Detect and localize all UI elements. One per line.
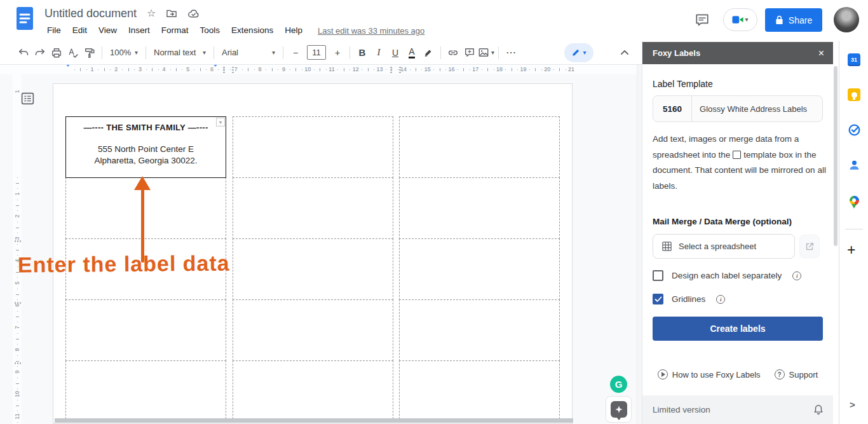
text-color-button[interactable]: A xyxy=(403,44,420,62)
insert-image-button[interactable]: ▾ xyxy=(478,44,494,62)
ruler-dot xyxy=(541,69,542,70)
collapse-panel-chevron-icon[interactable]: > xyxy=(850,399,855,410)
label-cell[interactable] xyxy=(233,238,393,300)
close-icon[interactable]: × xyxy=(818,48,824,58)
italic-button[interactable]: I xyxy=(370,44,387,62)
open-spreadsheet-button[interactable] xyxy=(799,235,820,258)
label-cell[interactable] xyxy=(65,299,226,361)
tasks-icon[interactable] xyxy=(847,123,861,137)
label-cell[interactable] xyxy=(233,360,393,422)
right-indent-marker[interactable] xyxy=(212,67,219,78)
grammarly-widget[interactable]: G xyxy=(610,376,627,393)
ruler-dot xyxy=(17,333,18,334)
decrease-font-size-button[interactable]: − xyxy=(287,44,304,62)
menu-item-edit[interactable]: Edit xyxy=(67,23,93,38)
menu-item-view[interactable]: View xyxy=(93,23,123,38)
google-docs-logo-icon[interactable] xyxy=(16,6,34,31)
open-comment-history-icon[interactable] xyxy=(695,13,710,27)
info-icon[interactable]: i xyxy=(716,295,725,304)
maps-icon[interactable] xyxy=(847,193,861,207)
editing-mode-select[interactable]: ▾ xyxy=(564,43,593,62)
ruler-dot xyxy=(17,311,18,311)
more-toolbar-options-button[interactable]: ⋯ xyxy=(503,44,519,62)
document-title[interactable]: Untitled document xyxy=(44,7,137,20)
move-to-folder-icon[interactable] xyxy=(166,8,177,18)
keep-icon[interactable] xyxy=(847,88,861,102)
sidebar-scrollbar-thumb[interactable] xyxy=(834,66,837,246)
share-button[interactable]: Share xyxy=(765,8,822,32)
ruler-tick xyxy=(16,361,19,362)
hide-menus-button[interactable] xyxy=(616,44,633,62)
font-size-input[interactable]: 11 xyxy=(307,45,326,60)
vertical-ruler[interactable]: 1123456789101112 xyxy=(13,74,22,424)
increase-font-size-button[interactable]: + xyxy=(329,44,346,62)
select-spreadsheet-button[interactable]: Select a spreadsheet xyxy=(653,234,795,259)
ruler-dot xyxy=(17,233,18,233)
calendar-icon[interactable]: 31 xyxy=(847,53,861,67)
get-addons-plus-icon[interactable]: + xyxy=(847,243,855,257)
ruler-dot xyxy=(17,411,18,411)
insert-link-button[interactable] xyxy=(445,44,461,62)
zoom-select[interactable]: 100%▾ xyxy=(106,44,142,62)
how-to-use-link[interactable]: How to use Foxy Labels xyxy=(658,369,761,380)
support-link[interactable]: ? Support xyxy=(775,369,818,380)
contacts-icon[interactable] xyxy=(847,158,861,172)
menu-item-extensions[interactable]: Extensions xyxy=(226,23,279,38)
label-cell[interactable]: —---- THE SMITH FAMILY —----555 North Po… xyxy=(65,116,226,178)
chevron-down-icon: ▾ xyxy=(745,17,748,23)
label-cell[interactable] xyxy=(399,299,560,361)
menu-item-format[interactable]: Format xyxy=(156,23,194,38)
label-cell[interactable] xyxy=(233,116,393,178)
paragraph-style-select[interactable]: Normal text▾ xyxy=(150,44,210,62)
undo-button[interactable] xyxy=(15,44,32,62)
show-outline-button[interactable] xyxy=(20,92,35,106)
label-cell[interactable] xyxy=(399,238,560,300)
ruler-number: 21 xyxy=(565,66,578,72)
create-labels-button[interactable]: Create labels xyxy=(653,317,823,341)
last-edit-link[interactable]: Last edit was 33 minutes ago xyxy=(318,26,424,36)
menu-item-file[interactable]: File xyxy=(41,23,67,38)
notifications-bell-icon[interactable] xyxy=(813,404,824,416)
app-window: Untitled document ☆ FileEditViewInsertFo… xyxy=(0,0,868,424)
underline-button[interactable]: U xyxy=(387,44,403,62)
star-icon[interactable]: ☆ xyxy=(147,8,156,18)
paint-format-button[interactable] xyxy=(81,44,98,62)
document-vertical-scrollbar[interactable] xyxy=(637,65,642,424)
addon-quick-access-button[interactable] xyxy=(606,396,632,423)
ruler-tick xyxy=(295,68,296,71)
ruler-number: 20 xyxy=(541,66,553,72)
left-indent-marker[interactable] xyxy=(64,67,72,78)
horizontal-ruler[interactable]: 123456789101112131415161718192021 xyxy=(0,65,642,74)
document-horizontal-scrollbar[interactable] xyxy=(55,418,573,423)
ruler-dot xyxy=(254,69,255,70)
account-avatar[interactable] xyxy=(834,7,859,32)
bold-button[interactable]: B xyxy=(354,44,370,62)
cloud-saved-icon[interactable] xyxy=(187,9,200,18)
redo-button[interactable] xyxy=(32,44,48,62)
print-button[interactable] xyxy=(48,44,65,62)
label-cell[interactable] xyxy=(233,299,393,361)
highlight-color-button[interactable] xyxy=(420,44,437,62)
label-cell[interactable] xyxy=(65,360,226,422)
label-cell[interactable] xyxy=(399,360,560,422)
ruler-dot xyxy=(206,69,207,70)
label-template-selector[interactable]: 5160 Glossy White Address Labels xyxy=(653,95,823,122)
menu-item-tools[interactable]: Tools xyxy=(194,23,226,38)
ruler-number: 19 xyxy=(517,66,530,72)
design-separately-checkbox[interactable] xyxy=(653,270,663,281)
spell-check-button[interactable] xyxy=(65,44,81,62)
label-cell[interactable] xyxy=(233,177,393,239)
info-icon[interactable]: i xyxy=(792,271,801,280)
ruler-dot xyxy=(505,69,506,70)
label-cell[interactable] xyxy=(399,116,560,178)
join-call-button[interactable]: ▾ xyxy=(723,8,757,31)
font-select[interactable]: Arial▾ xyxy=(218,44,279,62)
menu-item-insert[interactable]: Insert xyxy=(123,23,156,38)
menu-item-help[interactable]: Help xyxy=(279,23,308,38)
ruler-dot xyxy=(74,69,75,70)
gridlines-checkbox[interactable] xyxy=(653,294,663,304)
rail-divider xyxy=(845,229,863,229)
add-comment-button[interactable] xyxy=(461,44,478,62)
cell-dropdown[interactable]: ▾ xyxy=(216,118,225,127)
label-cell[interactable] xyxy=(399,177,560,239)
